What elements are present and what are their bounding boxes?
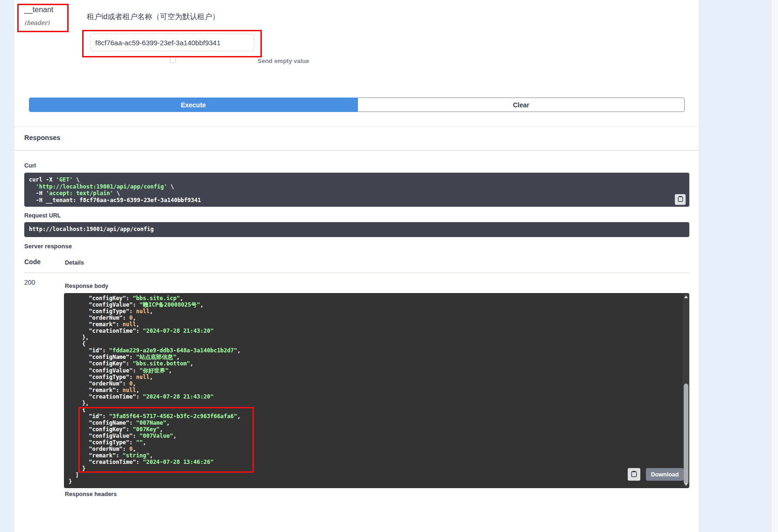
browser-scrollbar[interactable] — [771, 0, 778, 532]
curl-command: curl -X 'GET' \ 'http://localhost:19001/… — [24, 173, 689, 207]
clear-button[interactable]: Clear — [357, 98, 685, 112]
code-column-header: Code — [24, 258, 41, 266]
request-url-value: http://localhost:19001/api/app/config — [29, 226, 154, 232]
download-button[interactable]: Download — [646, 468, 684, 481]
response-body-label: Response body — [65, 283, 108, 289]
request-url-block: http://localhost:19001/api/app/config — [24, 222, 689, 237]
responses-title: Responses — [24, 134, 60, 141]
curl-copy-button[interactable] — [675, 194, 686, 205]
scroll-down-icon[interactable] — [684, 483, 688, 486]
response-scrollbar[interactable] — [683, 294, 689, 487]
clipboard-icon — [631, 470, 638, 479]
table-header-divider — [24, 273, 689, 273]
response-scrollbar-thumb[interactable] — [684, 384, 688, 484]
parameter-location: (header) — [24, 19, 49, 26]
scroll-up-icon[interactable] — [684, 295, 688, 298]
parameter-name: __tenant — [24, 6, 53, 14]
status-code: 200 — [24, 279, 35, 286]
curl-label: Curl — [24, 162, 36, 169]
send-empty-label: Send empty value — [258, 57, 309, 64]
parameter-description: 租户id或者租户名称（可空为默认租户） — [87, 12, 219, 22]
response-body: "configKey": "bbs.site.icp", "configValu… — [64, 293, 689, 488]
response-copy-button[interactable] — [628, 468, 640, 481]
details-column-header: Details — [65, 259, 84, 266]
tenant-value-input[interactable] — [90, 34, 254, 51]
clipboard-icon — [677, 196, 684, 203]
send-empty-checkbox[interactable] — [170, 57, 176, 63]
responses-top-divider — [14, 126, 699, 127]
execute-button[interactable]: Execute — [29, 98, 357, 112]
responses-header-divider — [14, 150, 699, 151]
response-headers-label: Response headers — [65, 491, 117, 497]
server-response-label: Server response — [24, 243, 72, 250]
page: __tenant (header) 租户id或者租户名称（可空为默认租户） Se… — [0, 0, 778, 532]
request-url-label: Request URL — [24, 212, 61, 219]
